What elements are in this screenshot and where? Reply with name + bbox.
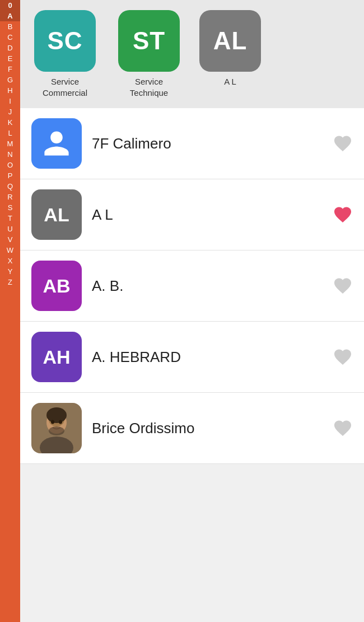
favorite-icon-7f[interactable] bbox=[333, 133, 353, 154]
alpha-T[interactable]: T bbox=[0, 213, 20, 224]
alpha-E[interactable]: E bbox=[0, 53, 20, 64]
alpha-P[interactable]: P bbox=[0, 170, 20, 181]
svg-point-5 bbox=[51, 420, 54, 424]
alpha-N[interactable]: N bbox=[0, 149, 20, 160]
contact-name-bo: Brice Ordissimo bbox=[92, 420, 323, 437]
group-avatar-st: ST bbox=[118, 10, 180, 72]
group-avatar-al: AL bbox=[199, 10, 261, 72]
group-label-st: Service Technique bbox=[115, 76, 183, 98]
alpha-Y[interactable]: Y bbox=[0, 266, 20, 277]
contact-item-al[interactable]: AL A L bbox=[20, 179, 364, 250]
favorite-icon-ab[interactable] bbox=[333, 276, 353, 296]
contact-name-ab: A. B. bbox=[92, 277, 323, 295]
main-content: SC Service Commercial ST Service Techniq… bbox=[20, 0, 364, 464]
alpha-B[interactable]: B bbox=[0, 21, 20, 32]
contact-avatar-ah: AH bbox=[31, 332, 82, 382]
favorite-icon-ah[interactable] bbox=[333, 347, 353, 367]
group-label-al: A L bbox=[224, 76, 236, 87]
group-avatar-sc: SC bbox=[34, 10, 96, 72]
svg-point-7 bbox=[49, 426, 64, 435]
alpha-S[interactable]: S bbox=[0, 202, 20, 213]
alpha-0[interactable]: 0 bbox=[0, 0, 20, 11]
contact-avatar-ab: AB bbox=[31, 261, 82, 311]
contact-item-7f[interactable]: 7F Calimero bbox=[20, 108, 364, 179]
alpha-V[interactable]: V bbox=[0, 234, 20, 245]
alpha-X[interactable]: X bbox=[0, 256, 20, 266]
contact-name-ah: A. HEBRARD bbox=[92, 349, 323, 366]
alphabet-sidebar: 0 A B C D E F G H I J K L M N O P Q R S … bbox=[0, 0, 20, 622]
contact-name-al: A L bbox=[92, 206, 323, 224]
alpha-M[interactable]: M bbox=[0, 138, 20, 149]
contact-name-7f: 7F Calimero bbox=[92, 135, 323, 152]
alpha-Z[interactable]: Z bbox=[0, 277, 20, 287]
alpha-A[interactable]: A bbox=[0, 11, 20, 21]
contact-item-bo[interactable]: Brice Ordissimo bbox=[20, 393, 364, 464]
contact-list: 7F Calimero AL A L AB A. B. bbox=[20, 108, 364, 464]
contact-item-ab[interactable]: AB A. B. bbox=[20, 250, 364, 322]
alpha-W[interactable]: W bbox=[0, 245, 20, 256]
alpha-K[interactable]: K bbox=[0, 117, 20, 128]
alpha-F[interactable]: F bbox=[0, 64, 20, 75]
alpha-J[interactable]: J bbox=[0, 106, 20, 117]
alpha-O[interactable]: O bbox=[0, 160, 20, 170]
alpha-I[interactable]: I bbox=[0, 96, 20, 106]
alpha-H[interactable]: H bbox=[0, 85, 20, 96]
group-service-commercial[interactable]: SC Service Commercial bbox=[31, 10, 99, 98]
svg-point-3 bbox=[46, 407, 67, 423]
alpha-G[interactable]: G bbox=[0, 75, 20, 85]
svg-point-6 bbox=[59, 420, 62, 424]
favorite-icon-al[interactable] bbox=[333, 205, 353, 225]
group-label-sc: Service Commercial bbox=[31, 76, 99, 98]
contact-avatar-bo bbox=[31, 403, 82, 453]
alpha-R[interactable]: R bbox=[0, 192, 20, 202]
alpha-Q[interactable]: Q bbox=[0, 181, 20, 192]
alpha-C[interactable]: C bbox=[0, 32, 20, 43]
contact-avatar-7f bbox=[31, 118, 82, 169]
groups-header: SC Service Commercial ST Service Techniq… bbox=[20, 0, 364, 108]
alpha-U[interactable]: U bbox=[0, 224, 20, 234]
group-al[interactable]: AL A L bbox=[199, 10, 261, 87]
group-service-technique[interactable]: ST Service Technique bbox=[115, 10, 183, 98]
alpha-D[interactable]: D bbox=[0, 43, 20, 53]
alpha-L[interactable]: L bbox=[0, 128, 20, 138]
favorite-icon-bo[interactable] bbox=[333, 418, 353, 438]
contact-item-ah[interactable]: AH A. HEBRARD bbox=[20, 322, 364, 393]
contact-avatar-al: AL bbox=[31, 189, 82, 240]
